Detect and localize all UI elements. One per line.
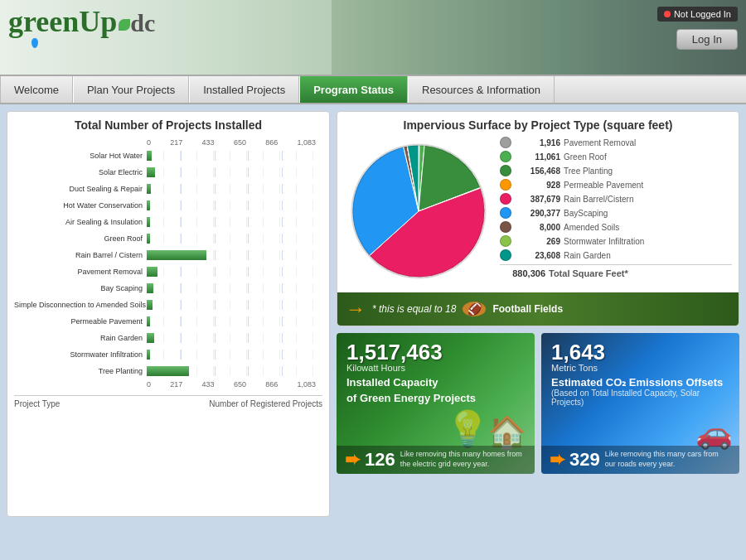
bar-row: Bay Scaping — [147, 281, 316, 296]
bar-row: Rain Barrel / Cistern — [147, 248, 316, 263]
bar-fill — [147, 300, 153, 310]
bar-background — [147, 350, 316, 360]
bar-fill — [147, 250, 206, 260]
main-navigation: Welcome Plan Your Projects Installed Pro… — [0, 75, 746, 104]
bar-row: Solar Electric — [147, 165, 316, 180]
bar-background — [147, 300, 316, 310]
bar-label: Permeable Pavement — [14, 317, 143, 326]
energy-title: Installed Capacity — [346, 376, 525, 389]
bar-label: Pavement Removal — [14, 268, 143, 276]
legend-dot — [500, 207, 511, 219]
legend-dot — [500, 249, 511, 261]
legend-row: 8,000Amended Soils — [500, 221, 732, 233]
legend-label: Green Roof — [564, 152, 607, 162]
bar-row: Solar Hot Water — [147, 148, 316, 163]
bar-fill — [147, 267, 157, 277]
legend-label: Amended Soils — [564, 223, 619, 232]
bar-background — [147, 217, 316, 227]
bar-row: Rain Garden — [147, 331, 316, 345]
energy-footer-number: 126 — [365, 449, 395, 471]
bar-chart-panel: Total Number of Projects Installed 0 217… — [7, 111, 330, 517]
legend-row: 269Stormwater Infiltration — [500, 235, 732, 247]
bar-background — [147, 184, 316, 194]
co2-card-content: 1,643 Metric Tons Estimated CO₂ Emission… — [541, 333, 739, 415]
bar-fill — [147, 217, 150, 227]
co2-footer-text: Like removing this many cars from our ro… — [605, 450, 731, 469]
football-footer: → * this is equal to 18 🏈 Football Field… — [337, 292, 739, 326]
bar-fill — [147, 316, 150, 326]
bar-row: Simple Disconnection to Amended Soils — [147, 297, 316, 312]
legend-value: 23,608 — [515, 251, 560, 260]
legend-label: BayScaping — [564, 209, 608, 218]
bar-background — [147, 234, 316, 244]
legend-dot — [500, 193, 511, 205]
legend-label: Tree Planting — [564, 167, 613, 176]
bottom-cards: 1,517,463 Kilowatt Hours Installed Capac… — [337, 333, 739, 474]
legend-row: 1,916Pavement Removal — [500, 137, 732, 148]
page-header: greenUpdc Not Logged In Log In — [0, 0, 746, 75]
pie-svg — [344, 137, 493, 286]
legend-dot — [500, 151, 511, 162]
arrow-icon: → — [346, 297, 366, 321]
nav-resources[interactable]: Resources & Information — [408, 76, 555, 103]
legend-label: Rain Garden — [564, 251, 611, 260]
energy-footer-text: Like removing this many homes from the e… — [400, 450, 526, 469]
bar-label: Stormwater Infiltration — [14, 350, 143, 359]
legend-value: 928 — [515, 181, 560, 190]
bar-label: Bay Scaping — [14, 284, 143, 292]
legend-value: 1,916 — [515, 138, 560, 147]
right-panel: Impervious Surface by Project Type (squa… — [337, 111, 739, 517]
bar-fill — [147, 283, 153, 293]
bar-row: Pavement Removal — [147, 264, 316, 279]
energy-arrow: ➨ — [345, 449, 360, 471]
pie-chart-title: Impervious Surface by Project Type (squa… — [344, 118, 732, 132]
main-content: Total Number of Projects Installed 0 217… — [0, 104, 746, 524]
bar-background — [147, 151, 316, 161]
co2-title: Estimated CO₂ Emissions Offsets — [551, 376, 729, 389]
pie-chart — [344, 137, 493, 289]
co2-big-number: 1,643 — [551, 341, 729, 363]
bar-label: Simple Disconnection to Amended Soils — [14, 301, 143, 309]
chart-axis-bottom: 0 217 433 650 866 1,083 — [147, 380, 316, 389]
legend-value: 156,468 — [515, 167, 560, 176]
chart-axis-top: 0 217 433 650 866 1,083 — [147, 138, 316, 147]
legend-row: 11,061Green Roof — [500, 151, 732, 162]
nav-welcome[interactable]: Welcome — [0, 76, 73, 103]
energy-card-footer: ➨ 126 Like removing this many homes from… — [337, 446, 535, 474]
bar-label: Rain Barrel / Cistern — [14, 251, 143, 259]
bar-fill — [147, 200, 150, 210]
bar-label: Air Sealing & Insulation — [14, 218, 143, 226]
legend-row: 23,608Rain Garden — [500, 249, 732, 261]
nav-installed-projects[interactable]: Installed Projects — [189, 76, 299, 103]
energy-big-number: 1,517,463 — [346, 341, 525, 363]
co2-card: 1,643 Metric Tons Estimated CO₂ Emission… — [541, 333, 739, 474]
chart-axis-labels: Project Type Number of Registered Projec… — [14, 395, 322, 408]
bar-chart-area: 0 217 433 650 866 1,083 Solar Hot WaterS… — [14, 138, 322, 389]
login-button[interactable]: Log In — [676, 29, 738, 50]
nav-program-status[interactable]: Program Status — [299, 76, 408, 103]
bar-row: Tree Planting — [147, 364, 316, 379]
pie-legend: 1,916Pavement Removal11,061Green Roof156… — [500, 137, 732, 278]
energy-title2: of Green Energy Projects — [346, 392, 525, 404]
bar-background — [147, 283, 316, 293]
pie-chart-content: 1,916Pavement Removal11,061Green Roof156… — [344, 137, 732, 289]
legend-row: 290,377BayScaping — [500, 207, 732, 219]
bar-background — [147, 316, 316, 326]
bar-label: Hot Water Conservation — [14, 201, 143, 210]
legend-label: Permeable Pavement — [564, 181, 643, 190]
energy-card-content: 1,517,463 Kilowatt Hours Installed Capac… — [337, 333, 535, 413]
bar-row: Air Sealing & Insulation — [147, 215, 316, 229]
legend-dot — [500, 235, 511, 247]
legend-dot — [500, 165, 511, 176]
legend-value: 11,061 — [515, 152, 560, 162]
legend-row: 387,679Rain Barrel/Cistern — [500, 193, 732, 205]
legend-value: 387,679 — [515, 195, 560, 204]
bar-fill — [147, 350, 150, 360]
pie-total-value: 880,306 — [500, 268, 545, 278]
co2-unit: Metric Tons — [551, 363, 729, 373]
bar-label: Solar Electric — [14, 168, 143, 176]
legend-dot — [500, 221, 511, 233]
y-axis-label: Number of Registered Projects — [209, 399, 322, 408]
legend-dot — [500, 137, 511, 148]
nav-plan-projects[interactable]: Plan Your Projects — [73, 76, 189, 103]
